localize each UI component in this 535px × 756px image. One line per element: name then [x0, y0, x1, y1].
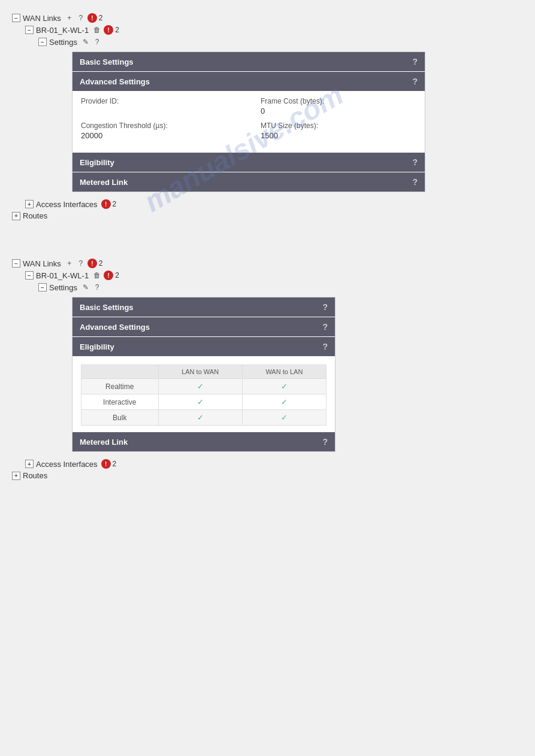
advanced-settings-help-icon-2[interactable]: ?: [322, 322, 328, 332]
advanced-settings-body: Provider ID: Frame Cost (bytes): 0 Conge…: [72, 91, 425, 152]
settings-collapse-icon-2[interactable]: −: [38, 283, 47, 292]
eligibility-row-realtime: Realtime ✓ ✓: [81, 379, 327, 394]
bulk-lan-to-wan: ✓: [158, 410, 242, 426]
wan-links-label: WAN Links: [23, 14, 61, 23]
br-error-count: 2: [115, 26, 119, 34]
settings-edit-icon-2[interactable]: ✎: [81, 283, 90, 292]
br-trash-icon-2[interactable]: 🗑: [92, 271, 102, 280]
metered-link-label: Metered Link: [80, 178, 128, 187]
settings-help-icon[interactable]: ?: [92, 37, 102, 47]
basic-settings-label-2: Basic Settings: [80, 303, 134, 312]
frame-cost-group: Frame Cost (bytes): 0: [261, 97, 416, 116]
advanced-settings-header-2[interactable]: Advanced Settings ?: [72, 317, 335, 336]
advanced-settings-label-2: Advanced Settings: [80, 323, 150, 332]
eligibility-body: LAN to WAN WAN to LAN Realtime ✓ ✓ Inter…: [72, 356, 335, 432]
eligibility-label: Eligibility: [80, 158, 114, 167]
settings-help-icon-2[interactable]: ?: [92, 283, 102, 292]
wan-links-collapse-icon-2[interactable]: −: [12, 259, 20, 268]
br-collapse-icon-2[interactable]: −: [25, 271, 34, 280]
metered-link-help-icon[interactable]: ?: [412, 177, 418, 187]
settings-label-2: Settings: [49, 283, 77, 292]
frame-cost-label: Frame Cost (bytes):: [261, 97, 416, 105]
provider-id-group: Provider ID:: [81, 97, 237, 116]
br-collapse-icon[interactable]: −: [25, 26, 34, 34]
advanced-settings-header[interactable]: Advanced Settings ?: [72, 72, 425, 91]
basic-settings-help-icon[interactable]: ?: [412, 57, 418, 66]
provider-id-label: Provider ID:: [81, 97, 237, 105]
field-row-2: Congestion Threshold (µs): 20000 MTU Siz…: [81, 122, 416, 140]
access-interfaces-row-2: + Access Interfaces ! 2: [25, 458, 523, 470]
br-error-count-2: 2: [115, 271, 119, 280]
access-interfaces-label: Access Interfaces: [36, 200, 98, 209]
wan-links-error-badge-2: !: [87, 259, 97, 268]
routes-row-1: + Routes: [12, 210, 523, 221]
wan-links-error-badge: !: [87, 13, 97, 23]
wan-links-help-icon-2[interactable]: ?: [76, 259, 86, 268]
access-interfaces-expand-icon-2[interactable]: +: [25, 460, 34, 468]
wan-links-add-icon[interactable]: +: [65, 13, 74, 23]
settings-row-2: − Settings ✎ ?: [38, 281, 523, 293]
br-link-row: − BR-01_K-WL-1 🗑 ! 2: [25, 24, 523, 36]
realtime-lan-to-wan: ✓: [158, 379, 242, 394]
access-interfaces-expand-icon[interactable]: +: [25, 200, 34, 208]
congestion-threshold-group: Congestion Threshold (µs): 20000: [81, 122, 237, 140]
realtime-wan-check-icon: ✓: [281, 382, 288, 391]
settings-label: Settings: [49, 38, 77, 47]
wan-links-add-icon-2[interactable]: +: [65, 259, 74, 268]
routes-label-2: Routes: [23, 471, 47, 480]
realtime-lan-check-icon: ✓: [197, 382, 204, 391]
routes-row-2: + Routes: [12, 470, 523, 481]
mtu-size-label: MTU Size (bytes):: [261, 122, 416, 130]
advanced-settings-help-icon[interactable]: ?: [412, 77, 418, 86]
congestion-threshold-value: 20000: [81, 131, 237, 140]
bulk-label: Bulk: [81, 410, 159, 426]
interactive-lan-check-icon: ✓: [197, 397, 204, 406]
settings-edit-icon[interactable]: ✎: [81, 37, 90, 47]
eligibility-table: LAN to WAN WAN to LAN Realtime ✓ ✓ Inter…: [81, 365, 327, 426]
br-error-badge: !: [104, 25, 113, 35]
basic-settings-header-2[interactable]: Basic Settings ?: [72, 297, 335, 317]
metered-link-header[interactable]: Metered Link ?: [72, 172, 425, 192]
interactive-label: Interactive: [81, 394, 159, 410]
eligibility-col-lan-to-wan: LAN to WAN: [158, 365, 242, 379]
access-interfaces-label-2: Access Interfaces: [36, 460, 98, 469]
access-interfaces-error-count: 2: [113, 200, 117, 208]
section-1: manualsive.com − WAN Links + ? ! 2 − BR-…: [12, 12, 523, 221]
realtime-label: Realtime: [81, 379, 159, 394]
field-row-1: Provider ID: Frame Cost (bytes): 0: [81, 97, 416, 116]
br-label: BR-01_K-WL-1: [36, 26, 89, 35]
basic-settings-label: Basic Settings: [80, 57, 134, 66]
basic-settings-header[interactable]: Basic Settings ?: [72, 52, 425, 71]
eligibility-header[interactable]: Eligibility ?: [72, 153, 425, 172]
interactive-wan-check-icon: ✓: [281, 397, 288, 406]
metered-link-header-2[interactable]: Metered Link ?: [72, 432, 335, 451]
routes-expand-icon-2[interactable]: +: [12, 472, 20, 480]
eligibility-help-icon[interactable]: ?: [412, 157, 418, 167]
settings-collapse-icon[interactable]: −: [38, 38, 47, 46]
wan-links-error-count-2: 2: [99, 259, 103, 268]
metered-link-label-2: Metered Link: [80, 438, 128, 447]
bulk-wan-to-lan: ✓: [242, 410, 326, 426]
eligibility-help-icon-2[interactable]: ?: [322, 342, 328, 351]
settings-row: − Settings ✎ ?: [38, 36, 523, 48]
basic-settings-help-icon-2[interactable]: ?: [322, 302, 328, 312]
eligibility-col-wan-to-lan: WAN to LAN: [242, 365, 326, 379]
settings-panel-2: Basic Settings ? Advanced Settings ? Eli…: [72, 297, 335, 452]
eligibility-header-2[interactable]: Eligibility ?: [72, 337, 335, 356]
routes-expand-icon[interactable]: +: [12, 212, 20, 220]
wan-links-help-icon[interactable]: ?: [76, 13, 86, 23]
bulk-wan-check-icon: ✓: [281, 413, 288, 422]
mtu-size-group: MTU Size (bytes): 1500: [261, 122, 416, 140]
wan-links-collapse-icon[interactable]: −: [12, 14, 20, 22]
access-interfaces-error-count-2: 2: [113, 460, 117, 468]
wan-links-error-count: 2: [99, 14, 103, 22]
section-2: − WAN Links + ? ! 2 − BR-01_K-WL-1 🗑 ! 2…: [12, 257, 523, 481]
wan-links-label-2: WAN Links: [23, 259, 61, 268]
br-trash-icon[interactable]: 🗑: [92, 25, 102, 35]
congestion-threshold-label: Congestion Threshold (µs):: [81, 122, 237, 130]
br-error-badge-2: !: [104, 271, 113, 280]
metered-link-help-icon-2[interactable]: ?: [322, 437, 328, 447]
access-interfaces-error-badge-2: !: [101, 459, 111, 469]
br-link-row-2: − BR-01_K-WL-1 🗑 ! 2: [25, 269, 523, 281]
eligibility-row-interactive: Interactive ✓ ✓: [81, 394, 327, 410]
